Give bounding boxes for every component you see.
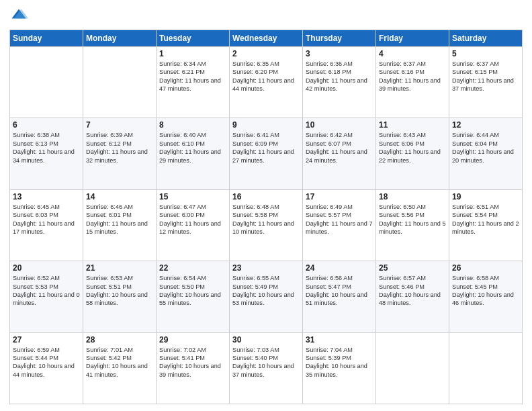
cell-info: Sunrise: 6:45 AMSunset: 6:03 PMDaylight:… [13,203,75,235]
calendar-cell: 9Sunrise: 6:41 AMSunset: 6:09 PMDaylight… [230,118,303,189]
cell-info: Sunrise: 6:57 AMSunset: 5:46 PMDaylight:… [379,275,441,306]
weekday-header-friday: Friday [376,30,449,47]
cell-info: Sunrise: 6:43 AMSunset: 6:06 PMDaylight:… [379,132,441,163]
day-number: 17 [306,192,373,201]
calendar-cell: 18Sunrise: 6:50 AMSunset: 5:56 PMDayligh… [376,189,449,261]
day-number: 12 [452,120,519,130]
day-number: 4 [379,49,446,58]
cell-info: Sunrise: 6:46 AMSunset: 6:01 PMDaylight:… [86,203,148,235]
weekday-header-row: SundayMondayTuesdayWednesdayThursdayFrid… [10,30,523,47]
calendar-cell: 25Sunrise: 6:57 AMSunset: 5:46 PMDayligh… [376,261,449,332]
day-number: 29 [159,335,226,345]
calendar-cell: 19Sunrise: 6:51 AMSunset: 5:54 PMDayligh… [449,189,523,261]
cell-info: Sunrise: 6:37 AMSunset: 6:16 PMDaylight:… [379,60,441,92]
cell-info: Sunrise: 6:44 AMSunset: 6:04 PMDaylight:… [452,132,514,163]
calendar-cell: 5Sunrise: 6:37 AMSunset: 6:15 PMDaylight… [449,47,523,118]
cell-info: Sunrise: 7:04 AMSunset: 5:39 PMDaylight:… [306,347,367,378]
day-number: 15 [159,192,226,201]
day-number: 24 [306,263,373,273]
cell-info: Sunrise: 6:53 AMSunset: 5:51 PMDaylight:… [86,275,148,306]
day-number: 7 [86,120,153,130]
day-number: 3 [306,49,373,58]
weekday-header-saturday: Saturday [449,30,523,47]
calendar-cell: 30Sunrise: 7:03 AMSunset: 5:40 PMDayligh… [230,332,303,404]
cell-info: Sunrise: 6:35 AMSunset: 6:20 PMDaylight:… [232,60,294,92]
cell-info: Sunrise: 7:02 AMSunset: 5:41 PMDaylight:… [159,347,221,378]
calendar-cell [10,47,83,118]
day-number: 27 [13,335,80,345]
day-number: 19 [452,192,519,201]
calendar-cell: 1Sunrise: 6:34 AMSunset: 6:21 PMDaylight… [157,47,230,118]
cell-info: Sunrise: 6:54 AMSunset: 5:50 PMDaylight:… [159,275,221,306]
cell-info: Sunrise: 6:48 AMSunset: 5:58 PMDaylight:… [232,203,294,235]
weekday-header-monday: Monday [83,30,157,47]
calendar-page: SundayMondayTuesdayWednesdayThursdayFrid… [0,0,532,411]
cell-info: Sunrise: 6:41 AMSunset: 6:09 PMDaylight:… [232,132,294,163]
day-number: 23 [232,263,300,273]
weekday-header-thursday: Thursday [303,30,376,47]
header [9,7,523,26]
day-number: 26 [452,263,519,273]
cell-info: Sunrise: 6:34 AMSunset: 6:21 PMDaylight:… [159,60,221,92]
cell-info: Sunrise: 6:42 AMSunset: 6:07 PMDaylight:… [306,132,367,163]
day-number: 18 [379,192,446,201]
cell-info: Sunrise: 6:59 AMSunset: 5:44 PMDaylight:… [13,347,75,378]
day-number: 2 [232,49,300,58]
day-number: 6 [13,120,80,130]
weekday-header-wednesday: Wednesday [230,30,303,47]
calendar-cell: 29Sunrise: 7:02 AMSunset: 5:41 PMDayligh… [157,332,230,404]
day-number: 22 [159,263,226,273]
day-number: 14 [86,192,153,201]
cell-info: Sunrise: 6:36 AMSunset: 6:18 PMDaylight:… [306,60,367,92]
logo-icon [9,7,28,26]
calendar-cell: 13Sunrise: 6:45 AMSunset: 6:03 PMDayligh… [10,189,83,261]
cell-info: Sunrise: 6:56 AMSunset: 5:47 PMDaylight:… [306,275,367,306]
day-number: 11 [379,120,446,130]
week-row-1: 1Sunrise: 6:34 AMSunset: 6:21 PMDaylight… [10,47,523,118]
calendar-cell: 23Sunrise: 6:55 AMSunset: 5:49 PMDayligh… [230,261,303,332]
week-row-5: 27Sunrise: 6:59 AMSunset: 5:44 PMDayligh… [10,332,523,404]
cell-info: Sunrise: 6:38 AMSunset: 6:13 PMDaylight:… [13,132,75,163]
calendar-cell: 24Sunrise: 6:56 AMSunset: 5:47 PMDayligh… [303,261,376,332]
calendar-cell: 15Sunrise: 6:47 AMSunset: 6:00 PMDayligh… [157,189,230,261]
calendar-table: SundayMondayTuesdayWednesdayThursdayFrid… [9,30,523,404]
calendar-cell: 20Sunrise: 6:52 AMSunset: 5:53 PMDayligh… [10,261,83,332]
calendar-cell: 22Sunrise: 6:54 AMSunset: 5:50 PMDayligh… [157,261,230,332]
day-number: 21 [86,263,153,273]
cell-info: Sunrise: 6:51 AMSunset: 5:54 PMDaylight:… [452,203,519,235]
calendar-cell [376,332,449,404]
cell-info: Sunrise: 6:50 AMSunset: 5:56 PMDaylight:… [379,203,446,235]
day-number: 16 [232,192,300,201]
cell-info: Sunrise: 6:39 AMSunset: 6:12 PMDaylight:… [86,132,148,163]
calendar-cell: 14Sunrise: 6:46 AMSunset: 6:01 PMDayligh… [83,189,157,261]
calendar-cell: 10Sunrise: 6:42 AMSunset: 6:07 PMDayligh… [303,118,376,189]
day-number: 1 [159,49,226,58]
day-number: 31 [306,335,373,345]
week-row-3: 13Sunrise: 6:45 AMSunset: 6:03 PMDayligh… [10,189,523,261]
calendar-cell [83,47,157,118]
day-number: 9 [232,120,300,130]
calendar-cell: 12Sunrise: 6:44 AMSunset: 6:04 PMDayligh… [449,118,523,189]
calendar-cell: 27Sunrise: 6:59 AMSunset: 5:44 PMDayligh… [10,332,83,404]
calendar-cell: 7Sunrise: 6:39 AMSunset: 6:12 PMDaylight… [83,118,157,189]
cell-info: Sunrise: 7:03 AMSunset: 5:40 PMDaylight:… [232,347,294,378]
calendar-cell: 17Sunrise: 6:49 AMSunset: 5:57 PMDayligh… [303,189,376,261]
weekday-header-tuesday: Tuesday [157,30,230,47]
calendar-cell: 28Sunrise: 7:01 AMSunset: 5:42 PMDayligh… [83,332,157,404]
cell-info: Sunrise: 6:58 AMSunset: 5:45 PMDaylight:… [452,275,514,306]
week-row-4: 20Sunrise: 6:52 AMSunset: 5:53 PMDayligh… [10,261,523,332]
week-row-2: 6Sunrise: 6:38 AMSunset: 6:13 PMDaylight… [10,118,523,189]
cell-info: Sunrise: 6:37 AMSunset: 6:15 PMDaylight:… [452,60,514,92]
day-number: 8 [159,120,226,130]
calendar-cell: 11Sunrise: 6:43 AMSunset: 6:06 PMDayligh… [376,118,449,189]
day-number: 25 [379,263,446,273]
cell-info: Sunrise: 7:01 AMSunset: 5:42 PMDaylight:… [86,347,148,378]
cell-info: Sunrise: 6:55 AMSunset: 5:49 PMDaylight:… [232,275,294,306]
day-number: 28 [86,335,153,345]
cell-info: Sunrise: 6:49 AMSunset: 5:57 PMDaylight:… [306,203,373,235]
calendar-cell: 4Sunrise: 6:37 AMSunset: 6:16 PMDaylight… [376,47,449,118]
day-number: 10 [306,120,373,130]
weekday-header-sunday: Sunday [10,30,83,47]
calendar-cell: 3Sunrise: 6:36 AMSunset: 6:18 PMDaylight… [303,47,376,118]
calendar-cell: 16Sunrise: 6:48 AMSunset: 5:58 PMDayligh… [230,189,303,261]
